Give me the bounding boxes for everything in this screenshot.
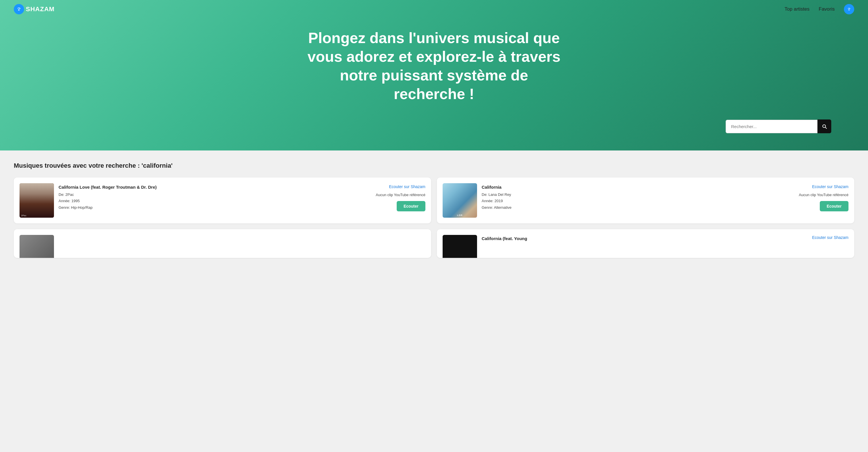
music-card-1: 2Pac California Love (feat. Roger Troutm… <box>14 178 431 223</box>
card-year-2: Année: 2019 <box>482 198 794 204</box>
shazam-link-1[interactable]: Ecouter sur Shazam <box>389 184 425 189</box>
nav-favoris[interactable]: Favoris <box>818 6 835 12</box>
card-artist-2: De: Lana Del Rey <box>482 192 794 198</box>
nav-top-artistes[interactable]: Top artistes <box>784 6 809 12</box>
shazam-link-4-partial[interactable]: Ecouter sur Shazam <box>812 235 848 240</box>
card-genre-2: Genre: Alternative <box>482 205 794 210</box>
navbar-shazam-button[interactable] <box>844 4 854 14</box>
search-container <box>725 119 831 133</box>
card-title-2: California <box>482 184 794 190</box>
card-actions-1: Ecouter sur Shazam Aucun clip YouTube ré… <box>376 183 425 211</box>
no-youtube-1: Aucun clip YouTube référencé <box>376 192 425 198</box>
no-youtube-2: Aucun clip YouTube référencé <box>799 192 848 198</box>
card-info-4-partial: California (feat. Young <box>482 235 807 241</box>
results-title: Musiques trouvées avec votre recherche :… <box>14 162 854 170</box>
navbar-links: Top artistes Favoris <box>784 4 854 14</box>
logo-text: SHAZAM <box>26 5 55 13</box>
card-actions-2: Ecouter sur Shazam Aucun clip YouTube ré… <box>799 183 848 211</box>
album-art-1: 2Pac <box>20 183 54 218</box>
navbar: SHAZAM Top artistes Favoris <box>0 0 868 19</box>
hero-title: Plongez dans l'univers musical que vous … <box>305 29 563 103</box>
card-year-1: Année: 1995 <box>59 198 371 204</box>
card-title-1: California Love (feat. Roger Troutman & … <box>59 184 371 190</box>
shazam-link-2[interactable]: Ecouter sur Shazam <box>812 184 848 189</box>
hero-section: Plongez dans l'univers musical que vous … <box>0 0 868 150</box>
album-art-4-partial <box>443 235 477 258</box>
album-art-2: LDR <box>443 183 477 218</box>
card-artist-1: De: 2Pac <box>59 192 371 198</box>
music-card-4-partial: California (feat. Young Ecouter sur Shaz… <box>437 229 854 258</box>
cards-grid-bottom: California (feat. Young Ecouter sur Shaz… <box>14 229 854 258</box>
search-icon <box>822 123 827 129</box>
shazam-logo-icon <box>14 4 24 14</box>
listen-button-2[interactable]: Ecouter <box>820 201 848 211</box>
search-button[interactable] <box>817 119 831 133</box>
card-actions-4-partial: Ecouter sur Shazam <box>812 235 848 240</box>
results-section: Musiques trouvées avec votre recherche :… <box>0 150 868 269</box>
card-title-4-partial: California (feat. Young <box>482 236 807 241</box>
logo-link[interactable]: SHAZAM <box>14 4 55 14</box>
card-info-1: California Love (feat. Roger Troutman & … <box>59 183 371 211</box>
album-art-3-partial <box>20 235 54 258</box>
listen-button-1[interactable]: Ecouter <box>397 201 425 211</box>
music-card-3-partial <box>14 229 431 258</box>
music-card-2: LDR California De: Lana Del Rey Année: 2… <box>437 178 854 223</box>
card-info-2: California De: Lana Del Rey Année: 2019 … <box>482 183 794 211</box>
search-input[interactable] <box>725 120 817 133</box>
card-genre-1: Genre: Hip-Hop/Rap <box>59 205 371 210</box>
cards-grid: 2Pac California Love (feat. Roger Troutm… <box>14 178 854 223</box>
